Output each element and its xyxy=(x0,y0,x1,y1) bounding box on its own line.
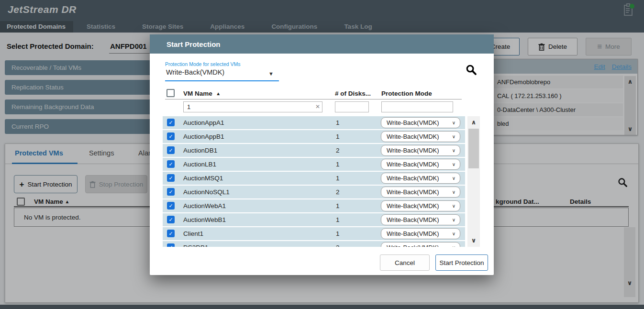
table-header-divider xyxy=(165,99,462,99)
vm-list: ✓AuctionAppA11Write-Back(VMDK)∨✓AuctionA… xyxy=(163,116,465,247)
vm-name-column-header[interactable]: VM Name ▲ xyxy=(183,90,221,97)
chevron-down-icon: ∨ xyxy=(452,187,455,197)
vm-row: ✓AuctionAppA11Write-Back(VMDK)∨ xyxy=(163,116,465,129)
chevron-down-icon: ∨ xyxy=(452,159,455,169)
protection-mode-select[interactable]: Write-Back(VMDK)∨ xyxy=(381,159,460,170)
vm-list-scrollbar[interactable]: ∧ ∨ xyxy=(467,116,480,247)
disks-column-header[interactable]: # of Disks... xyxy=(335,90,371,97)
search-icon[interactable] xyxy=(466,64,477,76)
chevron-down-icon: ∨ xyxy=(452,201,455,211)
protection-mode-column-header[interactable]: Protection Mode xyxy=(381,90,432,97)
vm-disk-count: 2 xyxy=(336,147,340,154)
page-root: JetStream DR Protected DomainsStatistics… xyxy=(0,0,644,309)
vm-row: ✓DS3DB13Write-Back(VMDK)∨ xyxy=(163,241,465,247)
vm-disk-count: 3 xyxy=(336,244,340,247)
protection-mode-select[interactable]: Write-Back(VMDK)∨ xyxy=(381,173,460,184)
vm-checkbox-checked[interactable]: ✓ xyxy=(167,243,175,247)
protection-mode-select[interactable]: Write-Back(VMDK)∨ xyxy=(381,187,460,198)
chevron-down-icon: ∨ xyxy=(452,145,455,155)
scroll-down-icon[interactable]: ∨ xyxy=(467,237,480,244)
scrollbar-thumb[interactable] xyxy=(468,129,479,168)
vm-disk-count: 1 xyxy=(336,230,340,237)
chevron-down-icon: ∨ xyxy=(452,118,455,128)
vm-name: AuctionMSQ1 xyxy=(183,175,223,182)
chevron-down-icon: ∨ xyxy=(452,132,455,142)
vm-disk-count: 1 xyxy=(336,216,340,223)
cancel-button[interactable]: Cancel xyxy=(380,254,430,271)
vm-checkbox-checked[interactable]: ✓ xyxy=(167,132,175,140)
vm-row: ✓AuctionWebA11Write-Back(VMDK)∨ xyxy=(163,199,465,212)
vm-disk-count: 1 xyxy=(336,161,340,168)
vm-checkbox-checked[interactable]: ✓ xyxy=(167,188,175,196)
vm-row: ✓AuctionNoSQL12Write-Back(VMDK)∨ xyxy=(163,186,465,199)
vm-checkbox-checked[interactable]: ✓ xyxy=(167,230,175,237)
protection-mode-select[interactable]: Write-Back(VMDK)∨ xyxy=(381,117,460,128)
protection-mode-select[interactable]: Write-Back(VMDK)∨ xyxy=(381,242,460,247)
vm-name-filter-input[interactable] xyxy=(183,101,322,112)
chevron-down-icon: ∨ xyxy=(452,215,455,225)
vm-checkbox-checked[interactable]: ✓ xyxy=(167,160,175,168)
sort-asc-icon: ▲ xyxy=(216,91,221,96)
vm-checkbox-checked[interactable]: ✓ xyxy=(167,216,175,223)
dropdown-caret-icon[interactable]: ▼ xyxy=(268,71,274,77)
start-protection-modal: Start Protection Protection Mode for sel… xyxy=(150,34,494,275)
vm-name: AuctionLB1 xyxy=(183,161,216,168)
vm-disk-count: 1 xyxy=(336,202,340,210)
protection-mode-dropdown[interactable]: Write-Back(VMDK) xyxy=(166,68,224,76)
chevron-down-icon: ∨ xyxy=(452,243,455,247)
clear-filter-icon[interactable]: ✕ xyxy=(315,103,320,110)
protection-mode-select[interactable]: Write-Back(VMDK)∨ xyxy=(381,131,460,142)
protection-mode-filter-input[interactable] xyxy=(381,101,453,112)
protection-mode-select[interactable]: Write-Back(VMDK)∨ xyxy=(381,145,460,156)
vm-name: Client1 xyxy=(183,230,203,237)
vm-disk-count: 1 xyxy=(336,133,340,140)
vm-disk-count: 1 xyxy=(336,119,340,126)
dropdown-underline xyxy=(165,80,279,81)
vm-row: ✓AuctionAppB11Write-Back(VMDK)∨ xyxy=(163,130,465,143)
vm-disk-count: 2 xyxy=(336,188,340,196)
vm-checkbox-checked[interactable]: ✓ xyxy=(167,146,175,154)
disks-filter-input[interactable] xyxy=(335,101,369,112)
vm-name: AuctionNoSQL1 xyxy=(183,188,230,196)
protection-mode-select[interactable]: Write-Back(VMDK)∨ xyxy=(381,200,460,211)
vm-name: AuctionAppA1 xyxy=(183,119,224,126)
modal-header: Start Protection xyxy=(150,34,494,54)
scroll-up-icon[interactable]: ∧ xyxy=(467,119,480,126)
chevron-down-icon: ∨ xyxy=(452,173,455,183)
vm-disk-count: 1 xyxy=(336,175,340,182)
confirm-start-protection-button[interactable]: Start Protection xyxy=(435,254,488,271)
vm-row: ✓AuctionMSQ11Write-Back(VMDK)∨ xyxy=(163,172,465,185)
vm-name: AuctionWebB1 xyxy=(183,216,226,223)
select-all-checkbox[interactable] xyxy=(167,89,175,97)
vm-checkbox-checked[interactable]: ✓ xyxy=(167,174,175,182)
vm-name: AuctionDB1 xyxy=(183,147,217,154)
protection-mode-select[interactable]: Write-Back(VMDK)∨ xyxy=(381,228,460,239)
vm-row: ✓AuctionLB11Write-Back(VMDK)∨ xyxy=(163,158,465,171)
vm-name: AuctionAppB1 xyxy=(183,133,224,140)
vm-name: DS3DB1 xyxy=(183,244,209,247)
vm-row: ✓AuctionDB12Write-Back(VMDK)∨ xyxy=(163,144,465,157)
vm-row: ✓Client11Write-Back(VMDK)∨ xyxy=(163,227,465,240)
protection-mode-select[interactable]: Write-Back(VMDK)∨ xyxy=(381,214,460,225)
vm-checkbox-checked[interactable]: ✓ xyxy=(167,119,175,126)
vm-checkbox-checked[interactable]: ✓ xyxy=(167,202,175,210)
vm-name: AuctionWebA1 xyxy=(183,202,226,210)
modal-title: Start Protection xyxy=(167,40,221,48)
vm-row: ✓AuctionWebB11Write-Back(VMDK)∨ xyxy=(163,213,465,226)
protection-mode-label: Protection Mode for selected VMs xyxy=(165,61,241,67)
chevron-down-icon: ∨ xyxy=(452,229,455,239)
